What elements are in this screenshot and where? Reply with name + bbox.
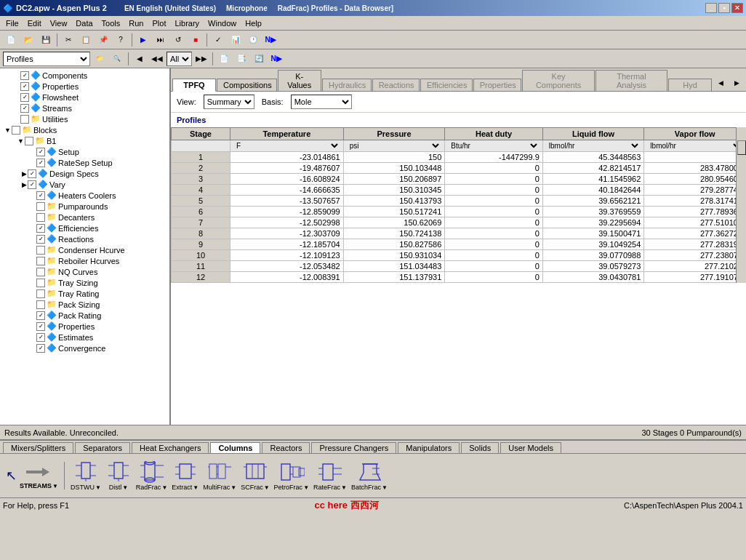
btab-user[interactable]: User Models xyxy=(500,442,561,453)
tree-check-setup[interactable]: ✓ xyxy=(36,148,45,156)
tree-item-components[interactable]: ✓ 🔷 Components xyxy=(1,70,168,81)
unit-liq-select[interactable]: lbmol/hr xyxy=(546,141,641,151)
forward2-button[interactable]: ▶▶ xyxy=(193,51,209,67)
stop-button[interactable]: ■ xyxy=(188,32,204,48)
check-button[interactable]: ✓ xyxy=(210,32,226,48)
tree-check-vary[interactable]: ✓ xyxy=(28,180,36,189)
stream-dropdown-arrow[interactable]: ▼ xyxy=(52,483,58,489)
tree-check-b1[interactable] xyxy=(25,137,33,145)
tree-item-heaters-coolers[interactable]: ✓ 🔷 Heaters Coolers xyxy=(1,190,168,201)
table-row[interactable]: 4-14.666635150.310345040.1842644279.2877… xyxy=(172,185,746,196)
tree-item-pack-sizing[interactable]: 📁 Pack Sizing xyxy=(1,299,168,310)
tree-item-nq[interactable]: 📁 NQ Curves xyxy=(1,266,168,277)
tree-item-streams[interactable]: ✓ 🔷 Streams xyxy=(1,103,168,113)
restore-button[interactable]: ▪ xyxy=(718,3,730,13)
next2-button[interactable]: N▶ xyxy=(268,51,284,67)
btab-manipulators[interactable]: Manipulators xyxy=(398,442,460,453)
tree-check-utilities[interactable] xyxy=(20,115,29,124)
new-button[interactable]: 📄 xyxy=(3,32,19,48)
tree-check-trayrating[interactable] xyxy=(36,289,45,298)
table-row[interactable]: 8-12.303709150.724138039.1500471277.3627… xyxy=(172,228,746,239)
tree-item-condenser[interactable]: 📁 Condenser Hcurve xyxy=(1,244,168,255)
tree-item-properties2[interactable]: ✓ 🔷 Properties xyxy=(1,321,168,332)
back2-button[interactable]: ◀◀ xyxy=(149,51,165,67)
tree-check-traysizing[interactable] xyxy=(36,279,45,287)
table-row[interactable]: 9-12.185704150.827586039.1049254277.2831… xyxy=(172,239,746,250)
menu-data[interactable]: Data xyxy=(71,17,97,29)
btab-columns[interactable]: Columns xyxy=(210,442,260,453)
refresh-button[interactable]: 🔄 xyxy=(251,51,267,67)
menu-tools[interactable]: Tools xyxy=(97,17,125,29)
tree-item-reboiler[interactable]: 📁 Reboiler Hcurves xyxy=(1,255,168,266)
btab-pressure[interactable]: Pressure Changers xyxy=(311,442,396,453)
tool-extract[interactable]: Extract ▼ xyxy=(172,460,198,491)
basis-select[interactable]: Mole Mass Std. Liq. Vol. xyxy=(291,95,352,109)
tool-batchfrac[interactable]: BatchFrac ▼ xyxy=(351,460,388,491)
tree-item-b1[interactable]: ▼ 📁 B1 xyxy=(1,135,168,146)
tree-check-reactions[interactable]: ✓ xyxy=(36,235,45,244)
tree-item-vary[interactable]: ▶ ✓ 🔷 Vary xyxy=(1,179,168,190)
tree-item-convergence[interactable]: ✓ 🔷 Convergence xyxy=(1,343,168,353)
table-row[interactable]: 7-12.502998150.62069039.2295694277.51010… xyxy=(172,217,746,228)
tree-item-tray-rating[interactable]: 📁 Tray Rating xyxy=(1,288,168,299)
tab-keycomponents[interactable]: Key Components xyxy=(522,70,595,91)
tab-reactions[interactable]: Reactions xyxy=(372,79,420,91)
tree-check-properties[interactable]: ✓ xyxy=(20,82,29,91)
tab-hyd[interactable]: Hyd xyxy=(668,79,712,91)
tab-tpfq[interactable]: TPFQ xyxy=(172,79,216,92)
btab-reactors[interactable]: Reactors xyxy=(262,442,310,453)
radfrac-arrow[interactable]: ▼ xyxy=(161,484,167,491)
tool-dstwu[interactable]: DSTWU ▼ xyxy=(71,460,101,491)
menu-help[interactable]: Help xyxy=(241,17,266,29)
minimize-button[interactable]: _ xyxy=(705,3,717,13)
save-button[interactable]: 💾 xyxy=(38,32,54,48)
next-button[interactable]: N▶ xyxy=(262,32,278,48)
btab-solids[interactable]: Solids xyxy=(461,442,499,453)
table-row[interactable]: 2-19.487607150.103448042.8214517283.4780… xyxy=(172,163,746,174)
btab-mixers[interactable]: Mixers/Splitters xyxy=(3,442,73,453)
tree-check-streams[interactable]: ✓ xyxy=(20,104,29,113)
tree-check-designspecs[interactable]: ✓ xyxy=(28,169,36,178)
unit-vap-select[interactable]: lbmol/hr xyxy=(647,141,742,151)
copy-button[interactable]: 📋 xyxy=(78,32,94,48)
tab-hydraulics[interactable]: Hydraulics xyxy=(322,79,372,91)
table-row[interactable]: 1-23.014861150-1447299.945.34485630 xyxy=(172,152,746,163)
clock-button[interactable]: 🕐 xyxy=(245,32,261,48)
tree-check-pumparounds[interactable] xyxy=(36,202,45,211)
tree-check-ratesep[interactable]: ✓ xyxy=(36,159,45,167)
unit-pres-select[interactable]: psi xyxy=(347,141,442,151)
dstwu-arrow[interactable]: ▼ xyxy=(95,484,101,491)
menu-library[interactable]: Library xyxy=(170,17,204,29)
doc-btn2[interactable]: 📑 xyxy=(233,51,249,67)
table-row[interactable]: 5-13.507657150.413793039.6562121278.3174… xyxy=(172,196,746,207)
tree-item-setup[interactable]: ✓ 🔷 Setup xyxy=(1,146,168,157)
report-button[interactable]: 📊 xyxy=(228,32,244,48)
tree-item-ratesep[interactable]: ✓ 🔷 RateSep Setup xyxy=(1,157,168,168)
tree-item-blocks[interactable]: ▼ 📁 Blocks xyxy=(1,124,168,135)
ratefrac-arrow[interactable]: ▼ xyxy=(341,484,347,491)
help-button[interactable]: ? xyxy=(113,32,129,48)
expand-designspecs[interactable]: ▶ xyxy=(22,170,27,177)
tree-item-utilities[interactable]: 📁 Utilities xyxy=(1,113,168,124)
tool-scfrac[interactable]: SCFrac ▼ xyxy=(241,460,269,491)
tool-distl[interactable]: Distl ▼ xyxy=(105,460,132,491)
tab-scroll-right[interactable]: ▶ xyxy=(729,75,745,91)
batchfrac-arrow[interactable]: ▼ xyxy=(382,484,388,491)
tree-check-efficiencies[interactable]: ✓ xyxy=(36,224,45,233)
tree-item-pack-rating[interactable]: ✓ 🔷 Pack Rating xyxy=(1,310,168,321)
tree-check-blocks[interactable] xyxy=(12,126,20,135)
menu-plot[interactable]: Plot xyxy=(148,17,170,29)
paste-button[interactable]: 📌 xyxy=(95,32,111,48)
tb2-btn1[interactable]: 📁 xyxy=(92,51,108,67)
distl-arrow[interactable]: ▼ xyxy=(122,484,128,491)
tool-petrofrac[interactable]: PetroFrac ▼ xyxy=(274,460,309,491)
menu-window[interactable]: Window xyxy=(204,17,241,29)
tree-check-components[interactable]: ✓ xyxy=(20,71,29,80)
tree-check-estimates[interactable]: ✓ xyxy=(36,333,45,342)
doc-btn1[interactable]: 📄 xyxy=(216,51,232,67)
tree-item-properties[interactable]: ✓ 🔷 Properties xyxy=(1,81,168,92)
expand-b1[interactable]: ▼ xyxy=(17,137,24,145)
menu-file[interactable]: File xyxy=(1,17,23,29)
scfrac-arrow[interactable]: ▼ xyxy=(264,484,270,491)
stream-icon[interactable] xyxy=(24,462,53,482)
